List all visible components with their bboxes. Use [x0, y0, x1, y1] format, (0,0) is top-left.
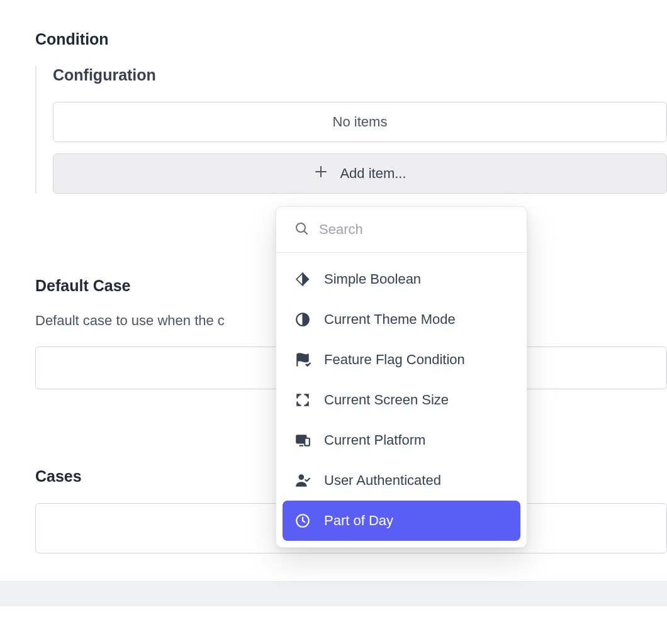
popup-item-label: Part of Day: [324, 513, 393, 529]
configuration-section: Configuration No items Add item...: [35, 66, 667, 194]
devices-icon: [294, 431, 311, 449]
popup-search-row: [276, 207, 527, 253]
svg-line-3: [305, 231, 308, 235]
add-item-button[interactable]: Add item...: [53, 153, 667, 194]
popup-item-feature-flag[interactable]: Feature Flag Condition: [283, 340, 520, 380]
configuration-empty: No items: [53, 102, 667, 142]
popup-item-theme-mode[interactable]: Current Theme Mode: [283, 299, 520, 340]
popup-item-label: Current Platform: [324, 432, 425, 448]
condition-title: Condition: [35, 30, 667, 48]
popup-item-screen-size[interactable]: Current Screen Size: [283, 380, 520, 420]
user-check-icon: [294, 472, 311, 489]
svg-point-7: [299, 474, 305, 480]
plus-icon: [313, 164, 328, 183]
condition-picker-popup: Simple Boolean Current Theme Mode Featur…: [276, 206, 527, 548]
diamond-icon: [294, 270, 311, 288]
popup-item-platform[interactable]: Current Platform: [283, 420, 520, 460]
popup-item-part-of-day[interactable]: Part of Day: [283, 501, 520, 541]
popup-item-user-auth[interactable]: User Authenticated: [283, 460, 520, 501]
flag-icon: [294, 351, 311, 369]
svg-rect-6: [305, 438, 310, 446]
fullscreen-icon: [294, 391, 311, 409]
clock-icon: [294, 512, 311, 530]
popup-item-label: Simple Boolean: [324, 271, 421, 287]
popup-item-label: Current Screen Size: [324, 392, 449, 408]
popup-item-label: Current Theme Mode: [324, 311, 456, 328]
popup-list: Simple Boolean Current Theme Mode Featur…: [276, 253, 527, 547]
popup-item-simple-boolean[interactable]: Simple Boolean: [283, 259, 520, 299]
footer-bar: [0, 581, 667, 606]
search-input[interactable]: [319, 221, 509, 238]
add-item-label: Add item...: [340, 165, 406, 182]
footer-area: [0, 606, 667, 644]
configuration-title: Configuration: [53, 66, 667, 84]
search-icon: [294, 221, 309, 238]
popup-item-label: Feature Flag Condition: [324, 352, 465, 368]
popup-item-label: User Authenticated: [324, 472, 441, 489]
contrast-icon: [294, 311, 311, 328]
